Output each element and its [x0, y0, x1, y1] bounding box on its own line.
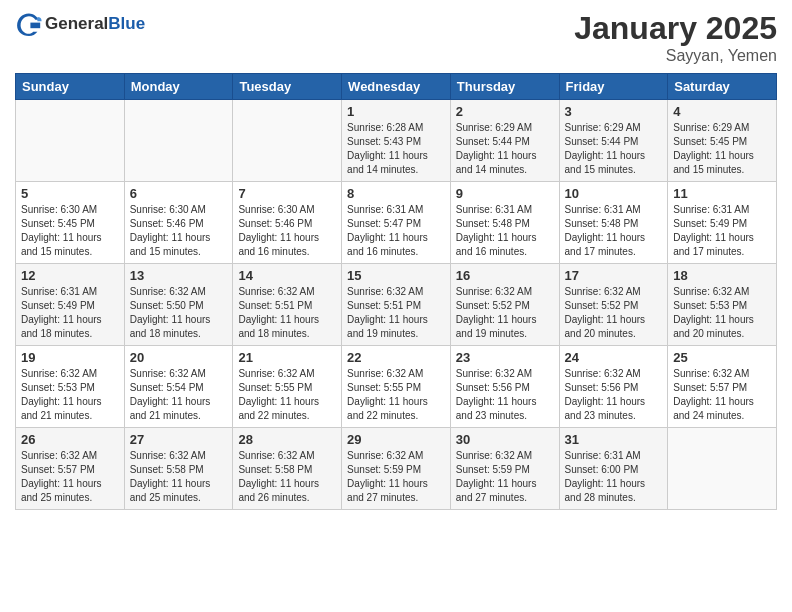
calendar-body: 1Sunrise: 6:28 AM Sunset: 5:43 PM Daylig… — [16, 100, 777, 510]
day-number: 22 — [347, 350, 445, 365]
month-title: January 2025 — [574, 10, 777, 47]
calendar-cell: 31Sunrise: 6:31 AM Sunset: 6:00 PM Dayli… — [559, 428, 668, 510]
cell-content: Sunrise: 6:30 AM Sunset: 5:46 PM Dayligh… — [238, 203, 336, 259]
calendar-cell: 25Sunrise: 6:32 AM Sunset: 5:57 PM Dayli… — [668, 346, 777, 428]
day-number: 8 — [347, 186, 445, 201]
day-number: 26 — [21, 432, 119, 447]
day-number: 3 — [565, 104, 663, 119]
cell-content: Sunrise: 6:32 AM Sunset: 5:56 PM Dayligh… — [565, 367, 663, 423]
calendar-cell: 17Sunrise: 6:32 AM Sunset: 5:52 PM Dayli… — [559, 264, 668, 346]
calendar-cell: 14Sunrise: 6:32 AM Sunset: 5:51 PM Dayli… — [233, 264, 342, 346]
week-row-3: 12Sunrise: 6:31 AM Sunset: 5:49 PM Dayli… — [16, 264, 777, 346]
cell-content: Sunrise: 6:30 AM Sunset: 5:46 PM Dayligh… — [130, 203, 228, 259]
week-row-4: 19Sunrise: 6:32 AM Sunset: 5:53 PM Dayli… — [16, 346, 777, 428]
day-number: 10 — [565, 186, 663, 201]
calendar-cell: 13Sunrise: 6:32 AM Sunset: 5:50 PM Dayli… — [124, 264, 233, 346]
calendar-cell: 3Sunrise: 6:29 AM Sunset: 5:44 PM Daylig… — [559, 100, 668, 182]
week-row-2: 5Sunrise: 6:30 AM Sunset: 5:45 PM Daylig… — [16, 182, 777, 264]
calendar-cell: 24Sunrise: 6:32 AM Sunset: 5:56 PM Dayli… — [559, 346, 668, 428]
calendar-cell: 27Sunrise: 6:32 AM Sunset: 5:58 PM Dayli… — [124, 428, 233, 510]
day-number: 9 — [456, 186, 554, 201]
cell-content: Sunrise: 6:28 AM Sunset: 5:43 PM Dayligh… — [347, 121, 445, 177]
cell-content: Sunrise: 6:32 AM Sunset: 5:57 PM Dayligh… — [21, 449, 119, 505]
calendar-cell: 18Sunrise: 6:32 AM Sunset: 5:53 PM Dayli… — [668, 264, 777, 346]
calendar-cell: 16Sunrise: 6:32 AM Sunset: 5:52 PM Dayli… — [450, 264, 559, 346]
cell-content: Sunrise: 6:31 AM Sunset: 6:00 PM Dayligh… — [565, 449, 663, 505]
calendar-cell: 8Sunrise: 6:31 AM Sunset: 5:47 PM Daylig… — [342, 182, 451, 264]
cell-content: Sunrise: 6:31 AM Sunset: 5:47 PM Dayligh… — [347, 203, 445, 259]
calendar-cell: 19Sunrise: 6:32 AM Sunset: 5:53 PM Dayli… — [16, 346, 125, 428]
calendar-cell: 12Sunrise: 6:31 AM Sunset: 5:49 PM Dayli… — [16, 264, 125, 346]
cell-content: Sunrise: 6:32 AM Sunset: 5:59 PM Dayligh… — [347, 449, 445, 505]
day-number: 30 — [456, 432, 554, 447]
header-cell-saturday: Saturday — [668, 74, 777, 100]
calendar-cell: 28Sunrise: 6:32 AM Sunset: 5:58 PM Dayli… — [233, 428, 342, 510]
calendar-cell — [668, 428, 777, 510]
header-cell-monday: Monday — [124, 74, 233, 100]
cell-content: Sunrise: 6:32 AM Sunset: 5:53 PM Dayligh… — [21, 367, 119, 423]
logo-general-text: GeneralBlue — [45, 14, 145, 34]
day-number: 16 — [456, 268, 554, 283]
cell-content: Sunrise: 6:29 AM Sunset: 5:45 PM Dayligh… — [673, 121, 771, 177]
day-number: 12 — [21, 268, 119, 283]
calendar-cell: 5Sunrise: 6:30 AM Sunset: 5:45 PM Daylig… — [16, 182, 125, 264]
day-number: 14 — [238, 268, 336, 283]
day-number: 15 — [347, 268, 445, 283]
day-number: 31 — [565, 432, 663, 447]
cell-content: Sunrise: 6:32 AM Sunset: 5:50 PM Dayligh… — [130, 285, 228, 341]
calendar-cell: 29Sunrise: 6:32 AM Sunset: 5:59 PM Dayli… — [342, 428, 451, 510]
cell-content: Sunrise: 6:32 AM Sunset: 5:59 PM Dayligh… — [456, 449, 554, 505]
day-number: 21 — [238, 350, 336, 365]
calendar-table: SundayMondayTuesdayWednesdayThursdayFrid… — [15, 73, 777, 510]
calendar-cell — [233, 100, 342, 182]
day-number: 25 — [673, 350, 771, 365]
cell-content: Sunrise: 6:29 AM Sunset: 5:44 PM Dayligh… — [456, 121, 554, 177]
cell-content: Sunrise: 6:32 AM Sunset: 5:53 PM Dayligh… — [673, 285, 771, 341]
main-container: GeneralBlue January 2025 Sayyan, Yemen S… — [0, 0, 792, 520]
calendar-header: SundayMondayTuesdayWednesdayThursdayFrid… — [16, 74, 777, 100]
calendar-cell: 6Sunrise: 6:30 AM Sunset: 5:46 PM Daylig… — [124, 182, 233, 264]
calendar-cell — [16, 100, 125, 182]
cell-content: Sunrise: 6:32 AM Sunset: 5:57 PM Dayligh… — [673, 367, 771, 423]
day-number: 28 — [238, 432, 336, 447]
cell-content: Sunrise: 6:32 AM Sunset: 5:55 PM Dayligh… — [238, 367, 336, 423]
calendar-cell: 9Sunrise: 6:31 AM Sunset: 5:48 PM Daylig… — [450, 182, 559, 264]
logo-text-block: GeneralBlue — [45, 14, 145, 34]
logo: GeneralBlue — [15, 10, 145, 38]
title-block: January 2025 Sayyan, Yemen — [574, 10, 777, 65]
cell-content: Sunrise: 6:32 AM Sunset: 5:51 PM Dayligh… — [347, 285, 445, 341]
day-number: 2 — [456, 104, 554, 119]
cell-content: Sunrise: 6:32 AM Sunset: 5:52 PM Dayligh… — [456, 285, 554, 341]
header-cell-thursday: Thursday — [450, 74, 559, 100]
header: GeneralBlue January 2025 Sayyan, Yemen — [15, 10, 777, 65]
location-title: Sayyan, Yemen — [574, 47, 777, 65]
day-number: 19 — [21, 350, 119, 365]
day-number: 7 — [238, 186, 336, 201]
day-number: 20 — [130, 350, 228, 365]
calendar-cell: 20Sunrise: 6:32 AM Sunset: 5:54 PM Dayli… — [124, 346, 233, 428]
day-number: 11 — [673, 186, 771, 201]
calendar-cell: 7Sunrise: 6:30 AM Sunset: 5:46 PM Daylig… — [233, 182, 342, 264]
cell-content: Sunrise: 6:31 AM Sunset: 5:49 PM Dayligh… — [673, 203, 771, 259]
day-number: 1 — [347, 104, 445, 119]
week-row-1: 1Sunrise: 6:28 AM Sunset: 5:43 PM Daylig… — [16, 100, 777, 182]
calendar-cell: 26Sunrise: 6:32 AM Sunset: 5:57 PM Dayli… — [16, 428, 125, 510]
calendar-cell: 22Sunrise: 6:32 AM Sunset: 5:55 PM Dayli… — [342, 346, 451, 428]
cell-content: Sunrise: 6:31 AM Sunset: 5:48 PM Dayligh… — [565, 203, 663, 259]
calendar-cell: 1Sunrise: 6:28 AM Sunset: 5:43 PM Daylig… — [342, 100, 451, 182]
cell-content: Sunrise: 6:32 AM Sunset: 5:58 PM Dayligh… — [238, 449, 336, 505]
cell-content: Sunrise: 6:32 AM Sunset: 5:55 PM Dayligh… — [347, 367, 445, 423]
cell-content: Sunrise: 6:31 AM Sunset: 5:48 PM Dayligh… — [456, 203, 554, 259]
cell-content: Sunrise: 6:32 AM Sunset: 5:54 PM Dayligh… — [130, 367, 228, 423]
day-number: 5 — [21, 186, 119, 201]
header-cell-tuesday: Tuesday — [233, 74, 342, 100]
cell-content: Sunrise: 6:31 AM Sunset: 5:49 PM Dayligh… — [21, 285, 119, 341]
day-number: 4 — [673, 104, 771, 119]
header-row: SundayMondayTuesdayWednesdayThursdayFrid… — [16, 74, 777, 100]
day-number: 17 — [565, 268, 663, 283]
calendar-cell: 15Sunrise: 6:32 AM Sunset: 5:51 PM Dayli… — [342, 264, 451, 346]
calendar-cell: 23Sunrise: 6:32 AM Sunset: 5:56 PM Dayli… — [450, 346, 559, 428]
calendar-cell — [124, 100, 233, 182]
cell-content: Sunrise: 6:32 AM Sunset: 5:52 PM Dayligh… — [565, 285, 663, 341]
cell-content: Sunrise: 6:30 AM Sunset: 5:45 PM Dayligh… — [21, 203, 119, 259]
